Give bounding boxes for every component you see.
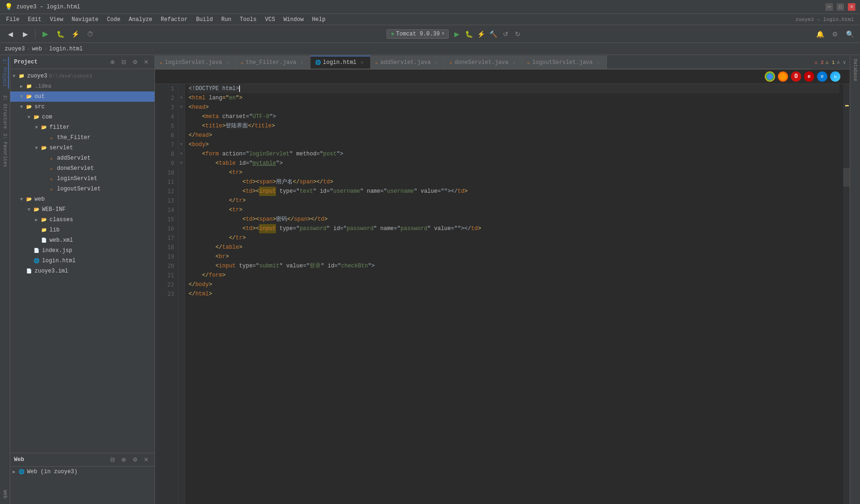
code-line-5[interactable]: <title>登陆界面</title> [189,121,839,131]
breadcrumb-web[interactable]: web [32,46,42,52]
code-line-11[interactable]: <td><span>用户名</span></td> [189,177,839,187]
minimize-button[interactable]: ─ [825,3,833,11]
code-line-8[interactable]: <form action="loginServlet" method="post… [189,149,839,159]
tree-item-classes[interactable]: ▶ 📂 classes [10,215,155,225]
tab-logout-servlet[interactable]: ☕ logoutServlet.java ✕ [522,56,607,69]
tree-item-src[interactable]: ▼ 📂 src [10,102,155,112]
right-scroll-gutter[interactable] [843,84,850,504]
toolbar-forward-button[interactable]: ▶ [19,28,32,41]
tree-item-filter[interactable]: ▼ 📂 filter [10,122,155,133]
maximize-button[interactable]: □ [837,3,844,11]
toolbar-coverage-button[interactable]: ⚡ [69,28,82,41]
tab-close-login-html[interactable]: ✕ [359,59,366,66]
code-line-2[interactable]: <html lang="en"> [189,93,839,103]
tree-arrow-servlet[interactable]: ▼ [33,146,40,151]
safari-icon[interactable]: ↻ [830,71,840,82]
toolbar-run-button[interactable]: ▶ [39,28,52,41]
code-line-9[interactable]: <table id="mytable"> [189,159,839,168]
fold-btn-8[interactable]: ▼ [178,149,184,159]
toolbar-profile-button[interactable]: ⏱ [84,28,97,41]
coverage-tomcat-button[interactable]: ⚡ [476,28,487,40]
breadcrumb-project[interactable]: zuoye3 [5,46,25,52]
chrome-icon[interactable] [765,71,775,82]
database-view-button[interactable]: Database [852,57,859,83]
reload-button[interactable]: ↻ [512,28,523,40]
tree-arrow-web-inf[interactable]: ▼ [25,207,33,212]
close-button[interactable]: ✕ [848,3,855,11]
tree-item-web[interactable]: ▼ 📂 web [10,194,155,204]
tree-item-zuoye3[interactable]: ▼ 📁 zuoye3 D:\Java\zuoye3 [10,71,155,81]
code-line-13[interactable]: </tr> [189,196,839,205]
rebuild-button[interactable]: ↺ [500,28,511,40]
code-content[interactable]: <!DOCTYPE html> <html lang="en"> <head> … [185,84,843,504]
code-line-3[interactable]: <head> [189,103,839,112]
tree-arrow-com[interactable]: ▼ [25,115,33,120]
code-line-1[interactable]: <!DOCTYPE html> [189,84,839,93]
tree-item-index-jsp[interactable]: 📄 index.jsp [10,245,155,256]
code-line-20[interactable]: <input type="submit" value="登录" id="chec… [189,261,839,271]
tree-item-web-xml[interactable]: 📄 web.xml [10,235,155,245]
tree-item-login-html[interactable]: 🌐 login.html [10,256,155,266]
tab-close-logout-servlet[interactable]: ✕ [595,59,602,66]
tab-done-servlet[interactable]: ☕ doneServlet.java ✕ [445,56,522,69]
code-line-19[interactable]: <br> [189,252,839,261]
fold-btn-9[interactable]: ▼ [178,159,184,168]
tree-item-idea[interactable]: ▶ 📁 .idea [10,81,155,91]
structure-view-button[interactable]: 2: Structure [1,93,8,131]
code-line-18[interactable]: </table> [189,243,839,252]
tab-add-servlet[interactable]: ☕ addServlet.java ✕ [371,56,445,69]
web-panel-action-1[interactable]: ⊟ [108,455,117,464]
code-line-23[interactable]: </html> [189,289,839,299]
debug-tomcat-button[interactable]: 🐛 [464,28,475,40]
edge-icon[interactable]: e [817,71,827,82]
project-view-button[interactable]: 1: Project [1,57,9,89]
code-line-14[interactable]: <tr> [189,205,839,215]
tab-login-servlet[interactable]: ☕ loginServlet.java ✕ [155,56,236,69]
locate-file-button[interactable]: ⊕ [108,57,117,67]
tree-arrow-filter[interactable]: ▼ [33,125,40,130]
tree-arrow-out[interactable]: ▼ [18,94,25,99]
tree-arrow-idea[interactable]: ▶ [18,84,25,89]
scroll-thumb[interactable] [843,168,850,187]
fold-btn-1[interactable] [178,84,184,93]
tree-item-logout-servlet[interactable]: ☕ logoutServlet [10,184,155,194]
tree-item-the-filter[interactable]: ☕ the_Filter [10,133,155,143]
tab-close-add-servlet[interactable]: ✕ [433,59,440,66]
web-button[interactable]: Web [1,488,8,500]
code-line-21[interactable]: </form> [189,271,839,280]
tree-item-out[interactable]: ▼ 📂 out [10,91,155,102]
fold-btn-7[interactable]: ▼ [178,140,184,149]
run-tomcat-button[interactable]: ▶ [451,28,463,40]
tree-item-lib[interactable]: 📁 lib [10,225,155,235]
close-panel-button[interactable]: ✕ [141,57,151,67]
code-line-16[interactable]: <td><input type="password" id="password"… [189,224,839,233]
web-panel-settings[interactable]: ⚙ [130,455,140,464]
code-line-12[interactable]: <td><input type="text" id="username" nam… [189,187,839,196]
code-line-22[interactable]: </body> [189,280,839,289]
tab-login-html[interactable]: 🌐 login.html ✕ [310,56,371,69]
tree-item-com[interactable]: ▼ 📂 com [10,112,155,122]
menu-navigate[interactable]: Navigate [68,15,102,24]
tab-close-the-filter[interactable]: ✕ [299,59,305,66]
code-line-10[interactable]: <tr> [189,168,839,177]
toolbar-debug-button[interactable]: 🐛 [54,28,67,41]
code-line-6[interactable]: </head> [189,131,839,140]
menu-build[interactable]: Build [192,15,217,24]
menu-vcs[interactable]: VCS [261,15,279,24]
navigate-errors[interactable]: ∧ ∨ [837,59,846,65]
tab-the-filter[interactable]: ☕ the_Filter.java ✕ [236,56,310,69]
tree-arrow-web[interactable]: ▼ [18,197,25,202]
tree-item-add-servlet[interactable]: ☕ addServlet [10,153,155,163]
tree-item-web-zuoye3[interactable]: ▶ 🌐 Web (in zuoye3) [10,467,155,477]
toolbar-back-button[interactable]: ◀ [4,28,17,41]
tree-arrow-zuoye3[interactable]: ▼ [10,74,18,79]
notifications-button[interactable]: 🔔 [813,28,826,41]
tree-arrow-classes[interactable]: ▶ [33,217,40,223]
tab-close-login-servlet[interactable]: ✕ [224,59,231,66]
menu-edit[interactable]: Edit [24,15,45,24]
search-everywhere-button[interactable]: 🔍 [843,28,856,41]
menu-view[interactable]: View [46,15,67,24]
fold-btn-3[interactable]: ▼ [178,103,184,112]
menu-code[interactable]: Code [103,15,124,24]
build-button[interactable]: 🔨 [488,28,499,40]
